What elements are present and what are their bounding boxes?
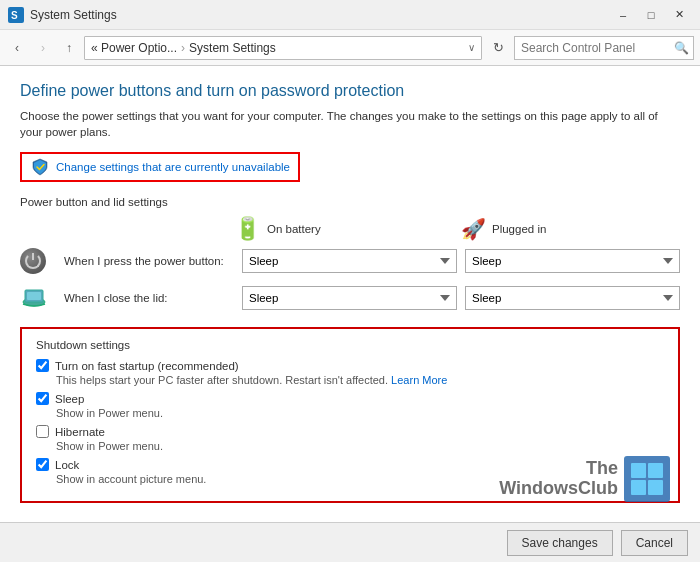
hibernate-label[interactable]: Hibernate [55,426,105,438]
power-row-label: When I press the power button: [64,255,234,267]
battery-icon: 🔋 [234,216,261,242]
titlebar-title: System Settings [30,8,610,22]
fast-startup-desc: This helps start your PC faster after sh… [56,374,664,386]
svg-rect-8 [631,480,646,495]
lock-checkbox[interactable] [36,458,49,471]
hibernate-desc: Show in Power menu. [56,440,664,452]
fast-startup-label[interactable]: Turn on fast startup (recommended) [55,360,239,372]
sleep-desc: Show in Power menu. [56,407,664,419]
watermark-logo [624,456,670,502]
power-table-header: 🔋 On battery 🚀 Plugged in [20,216,680,242]
minimize-button[interactable]: – [610,5,636,25]
refresh-button[interactable]: ↻ [486,36,510,60]
power-battery-select[interactable]: Sleep Do nothing Hibernate Shut down [242,249,457,273]
svg-rect-7 [648,463,663,478]
lid-row: When I close the lid: Sleep Do nothing H… [20,282,680,313]
save-changes-button[interactable]: Save changes [507,530,613,556]
page-title: Define power buttons and turn on passwor… [20,82,680,100]
sleep-label[interactable]: Sleep [55,393,84,405]
plugged-icon: 🚀 [461,217,486,241]
page-description: Choose the power settings that you want … [20,108,680,140]
change-settings-label: Change settings that are currently unava… [56,161,290,173]
breadcrumb-current: System Settings [189,41,276,55]
svg-rect-6 [631,463,646,478]
fast-startup-checkbox[interactable] [36,359,49,372]
watermark: TheWindowsClub [499,456,670,502]
addressbar: ‹ › ↑ « Power Optio... › System Settings… [0,30,700,66]
fast-startup-item: Turn on fast startup (recommended) This … [36,359,664,386]
breadcrumb-dropdown-arrow: ∨ [468,42,475,53]
watermark-text: TheWindowsClub [499,459,618,499]
close-button[interactable]: ✕ [666,5,692,25]
column-plugged: 🚀 Plugged in [461,216,680,242]
lock-label[interactable]: Lock [55,459,79,471]
up-button[interactable]: ↑ [58,37,80,59]
shutdown-title: Shutdown settings [36,339,664,351]
learn-more-link[interactable]: Learn More [391,374,447,386]
titlebar-icon: S [8,7,24,23]
cancel-button[interactable]: Cancel [621,530,688,556]
power-plugged-select[interactable]: Sleep Do nothing Hibernate Shut down [465,249,680,273]
change-settings-button[interactable]: Change settings that are currently unava… [20,152,300,182]
forward-button[interactable]: › [32,37,54,59]
search-input[interactable] [514,36,694,60]
svg-rect-4 [27,292,41,300]
breadcrumb-separator: › [181,41,185,55]
lid-row-label: When I close the lid: [64,292,234,304]
shield-icon [30,157,50,177]
svg-rect-9 [648,480,663,495]
maximize-button[interactable]: □ [638,5,664,25]
breadcrumb[interactable]: « Power Optio... › System Settings ∨ [84,36,482,60]
breadcrumb-power: « Power Optio... [91,41,177,55]
column-battery: 🔋 On battery [234,216,453,242]
titlebar-controls: – □ ✕ [610,5,692,25]
sleep-checkbox[interactable] [36,392,49,405]
lid-battery-select[interactable]: Sleep Do nothing Hibernate Shut down [242,286,457,310]
shutdown-settings-box: Shutdown settings Turn on fast startup (… [20,327,680,503]
power-button-row: When I press the power button: Sleep Do … [20,248,680,274]
main-content: Define power buttons and turn on passwor… [0,66,700,562]
titlebar: S System Settings – □ ✕ [0,0,700,30]
svg-text:S: S [11,10,18,21]
lid-plugged-select[interactable]: Sleep Do nothing Hibernate Shut down [465,286,680,310]
hibernate-checkbox[interactable] [36,425,49,438]
sleep-item: Sleep Show in Power menu. [36,392,664,419]
lid-icon [20,282,56,313]
hibernate-item: Hibernate Show in Power menu. [36,425,664,452]
back-button[interactable]: ‹ [6,37,28,59]
bottom-bar: Save changes Cancel [0,522,700,562]
power-icon [20,248,56,274]
section-power-label: Power button and lid settings [20,196,680,208]
search-wrapper: 🔍 [514,36,694,60]
